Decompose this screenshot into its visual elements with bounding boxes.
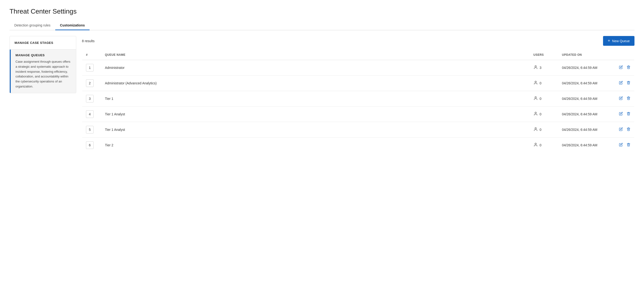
cell-updated-4: 04/26/2024, 6:44:59 AM <box>558 107 611 122</box>
user-count: 0 <box>540 97 542 101</box>
cell-actions-5 <box>611 122 634 138</box>
edit-icon-4[interactable] <box>619 112 623 117</box>
cell-users-4: 0 <box>530 107 558 122</box>
cell-queue-name-6: Tier 2 <box>101 138 530 153</box>
page-title: Threat Center Settings <box>10 8 634 15</box>
table-row: 4 Tier 1 Analyst 0 04/26/2024, 6:44:59 A… <box>82 107 634 122</box>
svg-point-3 <box>535 112 536 113</box>
col-header-queue-name: QUEUE NAME <box>101 50 530 60</box>
cell-queue-name-4: Tier 1 Analyst <box>101 107 530 122</box>
table-header-row: # QUEUE NAME USERS UPDATED ON <box>82 50 634 60</box>
delete-icon-1[interactable] <box>626 65 630 70</box>
table-row: 3 Tier 1 0 04/26/2024, 6:44:59 AM <box>82 91 634 107</box>
sidebar-item-manage-queues[interactable]: MANAGE QUEUES Case assignment through qu… <box>10 50 76 93</box>
cell-users-6: 0 <box>530 138 558 153</box>
cell-number-4: 4 <box>82 107 101 122</box>
sidebar-item-manage-case-stages[interactable]: MANAGE CASE STAGES <box>10 36 76 50</box>
user-count: 0 <box>540 128 542 132</box>
user-count: 3 <box>540 66 542 70</box>
edit-icon-3[interactable] <box>619 96 623 101</box>
cell-actions-6 <box>611 138 634 153</box>
user-icon <box>534 81 538 86</box>
col-header-updated-on: UPDATED ON <box>558 50 611 60</box>
manage-queues-description: Case assignment through queues offers a … <box>16 59 71 89</box>
new-queue-label: New Queue <box>612 39 630 43</box>
cell-updated-1: 04/26/2024, 6:44:59 AM <box>558 60 611 76</box>
col-header-hash: # <box>82 50 101 60</box>
row-number-badge: 5 <box>86 126 94 133</box>
edit-icon-5[interactable] <box>619 127 623 132</box>
new-queue-button[interactable]: + New Queue <box>603 36 634 46</box>
svg-point-4 <box>535 128 536 129</box>
cell-queue-name-5: Tier 1 Analyst <box>101 122 530 138</box>
svg-point-5 <box>535 143 536 144</box>
cell-number-1: 1 <box>82 60 101 76</box>
edit-icon-6[interactable] <box>619 143 623 148</box>
plus-icon: + <box>608 38 610 43</box>
col-header-actions <box>611 50 634 60</box>
row-number-badge: 3 <box>86 95 94 103</box>
results-count: 8 results <box>82 39 94 43</box>
user-icon <box>534 127 538 132</box>
cell-actions-4 <box>611 107 634 122</box>
row-number-badge: 1 <box>86 64 94 72</box>
cell-updated-2: 04/26/2024, 6:44:59 AM <box>558 76 611 91</box>
cell-number-3: 3 <box>82 91 101 107</box>
edit-icon-1[interactable] <box>619 65 623 70</box>
cell-queue-name-3: Tier 1 <box>101 91 530 107</box>
delete-icon-6[interactable] <box>626 143 630 148</box>
content-area: MANAGE CASE STAGES MANAGE QUEUES Case as… <box>10 36 634 153</box>
user-icon <box>534 96 538 101</box>
user-icon <box>534 112 538 117</box>
cell-queue-name-2: Administrator (Advanced Analytics) <box>101 76 530 91</box>
svg-point-1 <box>535 81 536 83</box>
user-count: 0 <box>540 112 542 116</box>
edit-icon-2[interactable] <box>619 81 623 86</box>
cell-users-2: 0 <box>530 76 558 91</box>
main-content: 8 results + New Queue # QUEUE NAME USERS… <box>82 36 634 153</box>
user-icon <box>534 65 538 70</box>
delete-icon-3[interactable] <box>626 96 630 101</box>
delete-icon-2[interactable] <box>626 81 630 86</box>
user-count: 0 <box>540 81 542 85</box>
delete-icon-4[interactable] <box>626 112 630 117</box>
manage-queues-title: MANAGE QUEUES <box>16 53 71 57</box>
cell-number-6: 6 <box>82 138 101 153</box>
cell-updated-6: 04/26/2024, 6:44:59 AM <box>558 138 611 153</box>
table-row: 1 Administrator 3 04/26/2024, 6:44:59 AM <box>82 60 634 76</box>
table-row: 6 Tier 2 0 04/26/2024, 6:44:59 AM <box>82 138 634 153</box>
cell-number-5: 5 <box>82 122 101 138</box>
cell-updated-3: 04/26/2024, 6:44:59 AM <box>558 91 611 107</box>
col-header-users: USERS <box>530 50 558 60</box>
cell-users-1: 3 <box>530 60 558 76</box>
row-number-badge: 2 <box>86 79 94 87</box>
tab-customizations[interactable]: Customizations <box>55 21 90 30</box>
queues-table: # QUEUE NAME USERS UPDATED ON 1 Administ… <box>82 50 634 153</box>
cell-actions-2 <box>611 76 634 91</box>
main-header: 8 results + New Queue <box>82 36 634 46</box>
table-row: 5 Tier 1 Analyst 0 04/26/2024, 6:44:59 A… <box>82 122 634 138</box>
cell-users-3: 0 <box>530 91 558 107</box>
cell-number-2: 2 <box>82 76 101 91</box>
row-number-badge: 4 <box>86 110 94 118</box>
delete-icon-5[interactable] <box>626 127 630 132</box>
tabs-bar: Detection grouping rules Customizations <box>10 21 634 30</box>
cell-queue-name-1: Administrator <box>101 60 530 76</box>
tab-detection-grouping[interactable]: Detection grouping rules <box>10 21 55 30</box>
user-icon <box>534 143 538 148</box>
svg-point-2 <box>535 97 536 98</box>
cell-users-5: 0 <box>530 122 558 138</box>
cell-actions-3 <box>611 91 634 107</box>
cell-updated-5: 04/26/2024, 6:44:59 AM <box>558 122 611 138</box>
cell-actions-1 <box>611 60 634 76</box>
sidebar: MANAGE CASE STAGES MANAGE QUEUES Case as… <box>10 36 76 93</box>
row-number-badge: 6 <box>86 141 94 149</box>
table-row: 2 Administrator (Advanced Analytics) 0 0… <box>82 76 634 91</box>
svg-point-0 <box>535 66 536 67</box>
user-count: 0 <box>540 143 542 147</box>
